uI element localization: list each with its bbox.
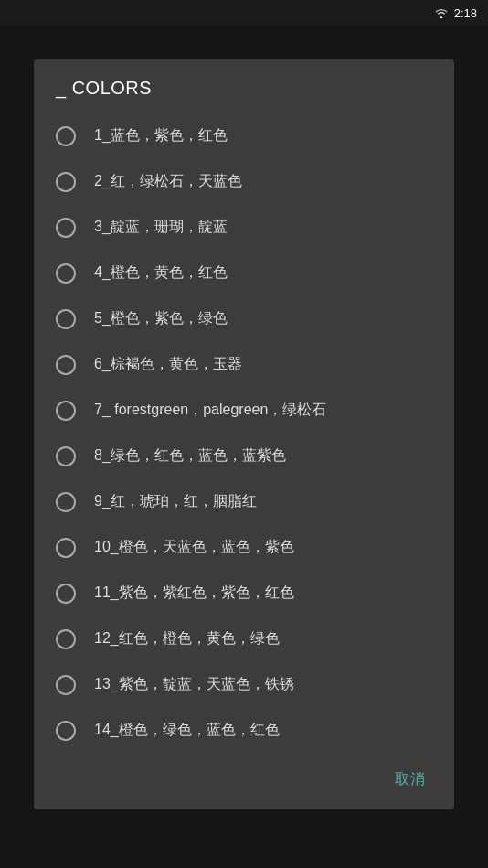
- list-item[interactable]: 13_紫色，靛蓝，天蓝色，铁锈: [41, 662, 447, 708]
- item-label: 13_紫色，靛蓝，天蓝色，铁锈: [94, 675, 294, 694]
- radio-button[interactable]: [56, 309, 76, 329]
- radio-button[interactable]: [56, 172, 76, 192]
- radio-button[interactable]: [56, 355, 76, 375]
- color-list[interactable]: 1_蓝色，紫色，红色2_红，绿松石，天蓝色3_靛蓝，珊瑚，靛蓝4_橙色，黄色，红…: [34, 113, 454, 754]
- list-item[interactable]: 9_红，琥珀，红，胭脂红: [41, 479, 447, 525]
- radio-button[interactable]: [56, 126, 76, 146]
- list-item[interactable]: 14_橙色，绿色，蓝色，红色: [41, 708, 447, 754]
- wifi-icon: [434, 7, 449, 18]
- list-item[interactable]: 5_橙色，紫色，绿色: [41, 296, 447, 342]
- dialog-actions: 取消: [34, 754, 454, 809]
- item-label: 4_橙色，黄色，红色: [94, 263, 228, 283]
- list-item[interactable]: 4_橙色，黄色，红色: [41, 251, 447, 296]
- cancel-button[interactable]: 取消: [380, 761, 440, 798]
- radio-button[interactable]: [56, 584, 76, 604]
- item-label: 3_靛蓝，珊瑚，靛蓝: [94, 218, 228, 237]
- radio-button[interactable]: [56, 492, 76, 512]
- item-label: 9_红，琥珀，红，胭脂红: [94, 492, 257, 511]
- item-label: 14_橙色，绿色，蓝色，红色: [94, 721, 280, 740]
- list-item[interactable]: 10_橙色，天蓝色，蓝色，紫色: [41, 525, 447, 571]
- item-label: 7_ forestgreen，palegreen，绿松石: [94, 401, 326, 420]
- item-label: 1_蓝色，紫色，红色: [94, 126, 228, 145]
- status-bar: 2:18: [0, 0, 488, 26]
- radio-button[interactable]: [56, 721, 76, 741]
- radio-button[interactable]: [56, 629, 76, 649]
- dialog-title: _ COLORS: [34, 59, 454, 113]
- radio-button[interactable]: [56, 218, 76, 238]
- item-label: 6_棕褐色，黄色，玉器: [94, 355, 242, 374]
- list-item[interactable]: 12_红色，橙色，黄色，绿色: [41, 616, 447, 662]
- radio-button[interactable]: [56, 675, 76, 695]
- radio-button[interactable]: [56, 538, 76, 558]
- list-item[interactable]: 7_ forestgreen，palegreen，绿松石: [41, 388, 447, 434]
- radio-button[interactable]: [56, 401, 76, 421]
- item-label: 12_红色，橙色，黄色，绿色: [94, 629, 280, 648]
- list-item[interactable]: 6_棕褐色，黄色，玉器: [41, 342, 447, 388]
- item-label: 8_绿色，红色，蓝色，蓝紫色: [94, 446, 286, 466]
- color-dialog: _ COLORS 1_蓝色，紫色，红色2_红，绿松石，天蓝色3_靛蓝，珊瑚，靛蓝…: [34, 59, 454, 809]
- list-item[interactable]: 2_红，绿松石，天蓝色: [41, 159, 447, 205]
- item-label: 10_橙色，天蓝色，蓝色，紫色: [94, 538, 294, 557]
- list-item[interactable]: 3_靛蓝，珊瑚，靛蓝: [41, 205, 447, 251]
- radio-button[interactable]: [56, 446, 76, 466]
- status-icons: 2:18: [434, 6, 477, 20]
- list-item[interactable]: 11_紫色，紫红色，紫色，红色: [41, 571, 447, 616]
- item-label: 5_橙色，紫色，绿色: [94, 309, 228, 328]
- list-item[interactable]: 8_绿色，红色，蓝色，蓝紫色: [41, 434, 447, 479]
- status-time: 2:18: [454, 6, 477, 20]
- item-label: 11_紫色，紫红色，紫色，红色: [94, 584, 294, 603]
- item-label: 2_红，绿松石，天蓝色: [94, 172, 242, 191]
- list-item[interactable]: 1_蓝色，紫色，红色: [41, 113, 447, 159]
- radio-button[interactable]: [56, 263, 76, 284]
